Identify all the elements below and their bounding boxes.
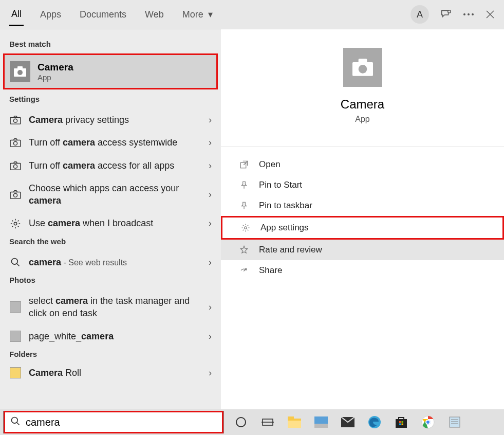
camera-outline-icon — [9, 161, 22, 170]
chevron-right-icon: › — [209, 188, 212, 201]
svg-rect-36 — [402, 424, 404, 426]
action-pin-start[interactable]: Pin to Start — [221, 175, 504, 195]
preview-app-icon — [343, 48, 382, 87]
best-match-title: Camera — [38, 62, 73, 73]
svg-point-15 — [14, 222, 17, 225]
svg-rect-18 — [358, 59, 367, 63]
filter-tabs: All Apps Documents Web More ▾ A — [0, 0, 504, 29]
settings-item-choose-apps[interactable]: Choose which apps can access your camera… — [0, 177, 221, 212]
svg-rect-40 — [450, 417, 460, 427]
search-box-highlight — [4, 411, 223, 433]
svg-rect-33 — [399, 421, 401, 423]
image-thumbnail-icon — [9, 301, 22, 313]
notepad-icon[interactable] — [445, 412, 464, 432]
action-pin-taskbar[interactable]: Pin to taskbar — [221, 195, 504, 216]
open-icon — [239, 160, 251, 169]
search-window: All Apps Documents Web More ▾ A Best mat… — [0, 0, 504, 435]
tab-apps[interactable]: Apps — [38, 4, 63, 25]
svg-point-19 — [358, 65, 367, 74]
preview-pane: Camera App Open Pin to Start Pin to task… — [221, 29, 504, 409]
chevron-right-icon: › — [209, 114, 212, 126]
best-match-item[interactable]: Camera App — [5, 55, 216, 88]
chevron-right-icon: › — [209, 367, 212, 379]
app-settings-highlight: App settings — [221, 216, 504, 240]
chevron-right-icon: › — [209, 159, 212, 172]
svg-point-3 — [472, 13, 474, 15]
settings-item-all-apps[interactable]: Turn off camera access for all apps › — [0, 154, 221, 177]
pin-icon — [239, 180, 251, 190]
image-thumbnail-icon — [9, 331, 22, 342]
action-app-settings[interactable]: App settings — [222, 218, 502, 238]
feedback-icon[interactable] — [440, 9, 452, 20]
taskbar-tray — [224, 412, 464, 432]
svg-point-6 — [17, 70, 23, 75]
svg-point-21 — [245, 227, 247, 229]
tab-documents[interactable]: Documents — [78, 4, 128, 25]
search-input[interactable] — [26, 412, 222, 432]
settings-item-systemwide[interactable]: Turn off camera access systemwide › — [0, 131, 221, 154]
preview-title: Camera — [221, 97, 504, 112]
best-match-highlight: Camera App — [3, 53, 218, 89]
camera-outline-icon — [9, 115, 22, 124]
svg-rect-32 — [396, 419, 407, 428]
results-list: Best match Camera App Settings Camera pr… — [0, 29, 221, 409]
chevron-right-icon: › — [209, 256, 212, 268]
section-search-web: Search the web — [0, 235, 221, 251]
svg-rect-5 — [17, 66, 23, 69]
close-icon[interactable] — [486, 10, 495, 19]
svg-rect-34 — [402, 421, 404, 423]
folder-icon — [9, 367, 22, 378]
svg-point-23 — [236, 418, 246, 427]
svg-point-12 — [13, 165, 17, 168]
store-icon[interactable] — [391, 412, 411, 432]
chrome-icon[interactable] — [418, 412, 438, 432]
svg-point-14 — [13, 193, 17, 197]
tab-more[interactable]: More ▾ — [180, 4, 215, 25]
tab-all[interactable]: All — [9, 3, 24, 26]
svg-point-8 — [13, 119, 17, 122]
action-open[interactable]: Open — [221, 154, 504, 175]
search-icon — [5, 416, 26, 428]
settings-item-broadcast[interactable]: Use camera when I broadcast › — [0, 212, 221, 234]
section-best-match: Best match — [0, 38, 221, 53]
svg-rect-7 — [10, 118, 21, 124]
pin-icon — [239, 201, 251, 210]
chevron-right-icon: › — [209, 330, 212, 342]
action-rate-review[interactable]: Rate and review — [221, 240, 504, 260]
app-icon-1[interactable] — [311, 412, 331, 432]
svg-rect-29 — [314, 424, 328, 428]
photo-item-2[interactable]: page_white_camera › — [0, 325, 221, 348]
svg-rect-11 — [10, 163, 21, 170]
svg-rect-9 — [10, 140, 21, 147]
settings-item-privacy[interactable]: Camera privacy settings › — [0, 108, 221, 131]
section-folders: Folders — [0, 348, 221, 364]
search-box-container — [3, 411, 224, 433]
star-icon — [239, 245, 251, 255]
tab-web[interactable]: Web — [143, 4, 166, 25]
file-explorer-icon[interactable] — [285, 412, 304, 432]
web-result-item[interactable]: camera - See web results › — [0, 251, 221, 274]
section-settings: Settings — [0, 93, 221, 108]
action-share[interactable]: Share — [221, 260, 504, 281]
edge-icon[interactable] — [365, 412, 384, 432]
chevron-right-icon: › — [209, 136, 212, 149]
svg-rect-28 — [314, 416, 328, 424]
photo-item-1[interactable]: select camera in the task manager and cl… — [0, 289, 221, 325]
svg-point-16 — [12, 258, 18, 264]
section-photos: Photos — [0, 274, 221, 289]
svg-rect-26 — [288, 416, 294, 420]
chevron-right-icon: › — [209, 301, 212, 313]
svg-point-22 — [12, 418, 18, 424]
folder-item-camera-roll[interactable]: Camera Roll › — [0, 364, 221, 382]
search-icon — [9, 257, 22, 267]
camera-app-icon — [10, 61, 30, 82]
svg-rect-27 — [288, 421, 301, 428]
options-icon[interactable] — [463, 13, 474, 16]
task-view-icon[interactable] — [258, 412, 277, 432]
preview-actions: Open Pin to Start Pin to taskbar App set… — [221, 147, 504, 281]
user-avatar[interactable]: A — [410, 5, 429, 24]
mail-icon[interactable] — [338, 412, 358, 432]
svg-rect-35 — [399, 424, 401, 426]
cortana-icon[interactable] — [231, 412, 251, 432]
svg-rect-13 — [10, 192, 21, 199]
